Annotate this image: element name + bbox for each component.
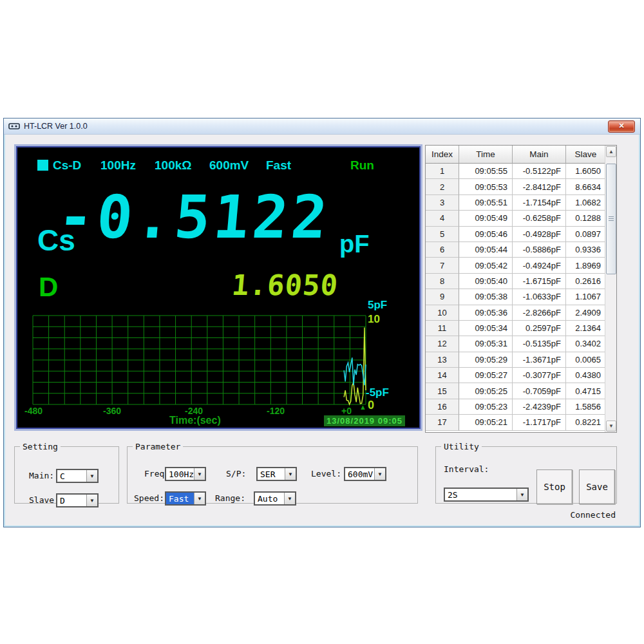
interval-select[interactable]: 2S ▼ — [444, 488, 529, 502]
cell-main: -1.1717pF — [513, 415, 566, 430]
cell-time: 09:05:38 — [459, 289, 513, 305]
cell-index: 4 — [426, 211, 459, 226]
cell-index: 12 — [426, 336, 459, 352]
col-header-index[interactable]: Index — [426, 146, 459, 164]
cell-slave: 0.0897 — [566, 227, 606, 242]
y-label-main-bottom: -5pF — [366, 386, 389, 399]
scrollbar-thumb[interactable] — [606, 164, 616, 274]
utility-panel: Utility Interval: 2S ▼ Stop Save — [435, 442, 617, 504]
chevron-down-icon[interactable]: ▼ — [284, 493, 295, 504]
chevron-down-icon[interactable]: ▼ — [86, 470, 97, 482]
cell-slave: 1.1067 — [566, 289, 606, 305]
cell-slave: 1.0682 — [566, 195, 606, 211]
cell-main: -0.5135pF — [513, 336, 566, 352]
cell-time: 09:05:51 — [459, 195, 513, 211]
cell-main: -0.3077pF — [513, 368, 566, 383]
table-body: 109:05:55-0.5122pF1.6050209:05:53-2.8412… — [426, 164, 606, 431]
table-row[interactable]: 209:05:53-2.8412pF8.6634 — [426, 179, 606, 194]
cell-main: -0.6258pF — [513, 211, 566, 226]
table-row[interactable]: 909:05:38-1.0633pF1.1067 — [426, 289, 606, 305]
speed-select-value: Fast — [166, 493, 194, 504]
lcd-display: Cs-D 100Hz 100kΩ 600mV Fast Run Cs -0.51… — [14, 144, 422, 431]
cell-time: 09:05:42 — [459, 258, 513, 273]
col-header-time[interactable]: Time — [459, 146, 513, 164]
main-reading-value: -0.5122 — [55, 188, 333, 247]
slave-select[interactable]: D ▼ — [56, 493, 99, 507]
main-select[interactable]: C ▼ — [56, 469, 99, 483]
table-scrollbar[interactable]: ▲ ▼ — [605, 146, 616, 432]
utility-legend: Utility — [441, 442, 482, 451]
col-header-slave[interactable]: Slave — [566, 146, 606, 164]
scrollbar-grip-icon — [609, 216, 614, 222]
status-freq: 100Hz — [100, 158, 136, 173]
cell-slave: 0.2616 — [566, 274, 606, 289]
table-row[interactable]: 1109:05:340.2597pF2.1364 — [426, 321, 606, 336]
save-button[interactable]: Save — [579, 469, 615, 504]
chevron-down-icon[interactable]: ▼ — [285, 468, 296, 480]
setting-panel: Setting Main: C ▼ Slave: D ▼ — [14, 442, 119, 504]
speed-select-label: Speed: — [134, 493, 164, 503]
table-row[interactable]: 1009:05:36-2.8266pF2.4909 — [426, 305, 606, 321]
x-tick-label: -480 — [24, 406, 43, 416]
chevron-down-icon[interactable]: ▼ — [374, 468, 385, 480]
x-tick-label: -120 — [267, 406, 285, 416]
speed-select[interactable]: Fast ▼ — [165, 491, 206, 506]
slave-select-value: D — [57, 495, 86, 506]
range-select[interactable]: Auto ▼ — [254, 491, 296, 506]
cell-index: 2 — [426, 179, 459, 194]
title-bar[interactable]: HT-LCR Ver 1.0.0 — [4, 118, 640, 135]
col-header-main[interactable]: Main — [513, 146, 566, 164]
cell-time: 09:05:55 — [459, 164, 513, 179]
chevron-down-icon[interactable]: ▼ — [194, 493, 205, 504]
cell-time: 09:05:31 — [459, 336, 513, 352]
cell-main: -1.6715pF — [513, 274, 566, 289]
table-row[interactable]: 509:05:46-0.4928pF0.0897 — [426, 227, 606, 242]
table-row[interactable]: 409:05:49-0.6258pF0.1288 — [426, 211, 606, 226]
y-label-main-top: 5pF — [368, 299, 387, 312]
freq-select[interactable]: 100Hz ▼ — [165, 467, 206, 481]
level-select-label: Level: — [311, 469, 341, 478]
table-row[interactable]: 309:05:51-1.7154pF1.0682 — [426, 195, 606, 211]
table-row[interactable]: 809:05:40-1.6715pF0.2616 — [426, 274, 606, 289]
table-row[interactable]: 109:05:55-0.5122pF1.6050 — [426, 164, 606, 179]
table-row[interactable]: 1709:05:21-1.1717pF0.8221 — [426, 415, 606, 430]
timestamp-badge: 13/08/2019 09:05 — [324, 415, 405, 426]
chevron-down-icon[interactable]: ▼ — [194, 468, 205, 480]
chevron-down-icon[interactable]: ▼ — [86, 495, 97, 506]
cell-time: 09:05:40 — [459, 274, 513, 289]
cell-slave: 2.4909 — [566, 305, 606, 321]
slave-reading-value: 1.6050 — [231, 271, 339, 299]
cell-index: 15 — [426, 383, 459, 399]
cell-index: 14 — [426, 368, 459, 383]
cell-time: 09:05:46 — [459, 227, 513, 242]
cell-index: 7 — [426, 258, 459, 273]
main-select-value: C — [57, 470, 86, 482]
close-button[interactable]: ✕ — [608, 120, 635, 133]
table-row[interactable]: 709:05:42-0.4924pF1.8969 — [426, 258, 606, 273]
cell-main: -0.4924pF — [513, 258, 566, 273]
cell-index: 9 — [426, 289, 459, 305]
level-select[interactable]: 600mV ▼ — [344, 467, 386, 481]
table-row[interactable]: 1209:05:31-0.5135pF0.3402 — [426, 336, 606, 352]
table-row[interactable]: 1609:05:23-2.4239pF1.5856 — [426, 399, 606, 415]
parameter-legend: Parameter — [133, 442, 183, 451]
cell-main: -1.7154pF — [513, 195, 566, 211]
table-row[interactable]: 1409:05:27-0.3077pF0.4380 — [426, 368, 606, 383]
cell-main: -2.8412pF — [513, 179, 566, 194]
table-row[interactable]: 1509:05:25-0.7059pF0.4715 — [426, 383, 606, 399]
table-row[interactable]: 1309:05:29-1.3671pF0.0065 — [426, 352, 606, 368]
cell-slave: 0.4715 — [566, 383, 606, 399]
stop-button[interactable]: Stop — [536, 469, 573, 504]
table-row[interactable]: 609:05:44-0.5886pF0.9336 — [426, 242, 606, 258]
status-level: 600mV — [209, 158, 249, 173]
interval-select-value: 2S — [445, 489, 516, 500]
cell-index: 6 — [426, 242, 459, 258]
window-title: HT-LCR Ver 1.0.0 — [24, 122, 88, 131]
chevron-down-icon[interactable]: ▼ — [516, 489, 527, 500]
status-square-icon — [37, 160, 48, 171]
y-label-slave-bottom: 0 — [368, 399, 374, 412]
scroll-up-icon[interactable]: ▲ — [606, 146, 616, 157]
cell-index: 3 — [426, 195, 459, 211]
scroll-down-icon[interactable]: ▼ — [606, 421, 616, 431]
sp-select[interactable]: SER ▼ — [256, 467, 297, 481]
